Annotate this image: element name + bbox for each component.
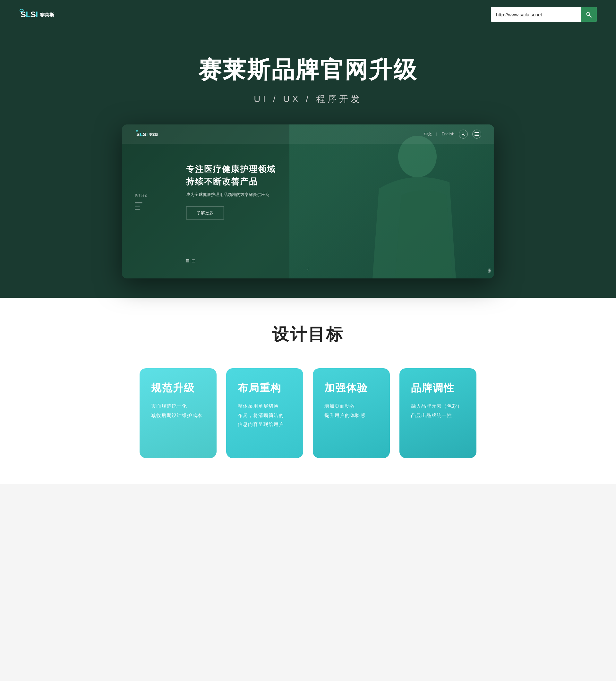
mockup-hero-line1: 专注医疗健康护理领域	[186, 163, 481, 175]
search-icon	[586, 11, 592, 18]
card-3-title: 加强体验	[324, 381, 378, 395]
card-2-title: 布局重构	[238, 381, 292, 395]
card-1-desc: 页面规范统一化 减收后期设计维护成本	[151, 402, 205, 420]
hero-title: 赛莱斯品牌官网升级	[198, 54, 418, 85]
design-card-branding: 品牌调性 融入品牌元素（色彩） 凸显出品牌统一性	[399, 368, 476, 458]
svg-text:赛莱斯: 赛莱斯	[40, 12, 54, 18]
mockup-logo: S L S I 赛莱斯	[135, 130, 167, 138]
svg-text:I: I	[146, 131, 148, 137]
lang-en[interactable]: English	[442, 132, 454, 136]
slide-indicator-2[interactable]	[192, 259, 195, 262]
card-4-title: 品牌调性	[411, 381, 465, 395]
svg-text:赛莱斯: 赛莱斯	[149, 133, 158, 136]
card-2-desc: 整体采用单屏切换 布局，将清晰简洁的 信息内容呈现给用户	[238, 402, 292, 429]
svg-text:L: L	[26, 10, 31, 19]
design-goals-title: 设计目标	[32, 323, 584, 346]
card-1-title: 规范升级	[151, 381, 205, 395]
mockup-hero-desc: 成为全球健康护理用品领域的方案解决供应商	[186, 192, 481, 198]
svg-text:S: S	[137, 131, 140, 137]
card-3-desc: 增加页面动效 提升用户的体验感	[324, 402, 378, 420]
hero-subtitle: UI / UX / 程序开发	[254, 93, 362, 105]
logo-area: S L S I 赛莱斯	[19, 7, 54, 22]
lang-zh[interactable]: 中文	[424, 131, 432, 137]
mockup-corner-text: 赛莱斯医疗健康护理	[487, 266, 491, 269]
url-input[interactable]	[491, 7, 581, 22]
menu-line-3	[474, 135, 479, 136]
slide-indicator-1[interactable]	[186, 259, 189, 262]
mockup-hero-line2: 持续不断改善产品	[186, 175, 481, 188]
hero-section: 赛莱斯品牌官网升级 UI / UX / 程序开发	[0, 29, 616, 298]
scroll-down-arrow[interactable]: ↓	[306, 264, 310, 272]
svg-line-7	[590, 16, 592, 17]
svg-text:L: L	[140, 131, 143, 137]
design-goals-section: 设计目标 规范升级 页面规范统一化 减收后期设计维护成本 布局重构 整体采用单屏…	[0, 298, 616, 484]
menu-line-1	[474, 132, 479, 133]
lang-separator: |	[436, 132, 437, 136]
mockup-search-icon	[461, 132, 465, 136]
mockup-menu-button[interactable]	[472, 130, 481, 138]
mockup-search-button[interactable]	[459, 130, 468, 138]
mockup-hero-content: 专注医疗健康护理领域 持续不断改善产品 成为全球健康护理用品领域的方案解决供应商…	[122, 144, 494, 229]
design-card-experience: 加强体验 增加页面动效 提升用户的体验感	[313, 368, 390, 458]
svg-text:S: S	[143, 131, 146, 137]
top-navigation: S L S I 赛莱斯	[0, 0, 616, 29]
website-mockup: S L S I 赛莱斯 中文 | English	[122, 124, 494, 278]
design-cards-container: 规范升级 页面规范统一化 减收后期设计维护成本 布局重构 整体采用单屏切换 布局…	[32, 368, 584, 458]
card-4-desc: 融入品牌元素（色彩） 凸显出品牌统一性	[411, 402, 465, 420]
svg-text:S: S	[30, 10, 36, 19]
slsi-logo: S L S I 赛莱斯	[19, 7, 54, 22]
url-search-button[interactable]	[581, 7, 597, 22]
mockup-logo-svg: S L S I 赛莱斯	[135, 130, 167, 138]
mockup-content: S L S I 赛莱斯 中文 | English	[122, 124, 494, 278]
design-card-normalization: 规范升级 页面规范统一化 减收后期设计维护成本	[140, 368, 217, 458]
menu-line-2	[474, 134, 479, 134]
design-card-layout: 布局重构 整体采用单屏切换 布局，将清晰简洁的 信息内容呈现给用户	[226, 368, 303, 458]
svg-text:I: I	[35, 10, 38, 19]
slide-indicators	[186, 259, 195, 262]
mockup-nav-right: 中文 | English	[424, 130, 481, 138]
mockup-nav-bar: S L S I 赛莱斯 中文 | English	[122, 124, 494, 144]
mockup-cta-button[interactable]: 了解更多	[186, 207, 224, 220]
svg-line-17	[464, 135, 465, 136]
url-bar	[491, 7, 597, 22]
